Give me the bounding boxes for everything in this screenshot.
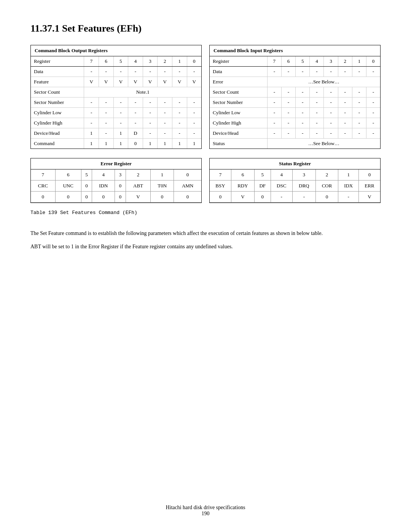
output-col-6: 6 xyxy=(99,56,113,67)
row-cell: - xyxy=(296,118,310,128)
output-registers-table: Command Block Output Registers Register … xyxy=(30,45,202,149)
row-label: Sector Count xyxy=(210,87,267,97)
page-title: 11.37.1 Set Features (EFh) xyxy=(30,23,381,34)
row-label: Status xyxy=(210,139,267,149)
output-col-4: 4 xyxy=(128,56,143,67)
bit-header: 3 xyxy=(115,169,126,181)
input-col-3: 3 xyxy=(324,56,338,67)
bit-header: 1 xyxy=(151,169,174,181)
bit-label: DRQ xyxy=(292,181,315,192)
row-cell: - xyxy=(267,128,281,139)
row-cell: - xyxy=(310,108,324,118)
row-cell-span: …See Below… xyxy=(267,139,380,149)
row-cell: - xyxy=(113,118,128,128)
input-table: Register 7 6 5 4 3 2 1 0 Data - - - - - xyxy=(210,56,380,149)
row-cell: - xyxy=(143,128,158,139)
status-register-title: Status Register xyxy=(210,158,380,169)
row-cell: - xyxy=(352,128,366,139)
bit-value: 0 xyxy=(254,192,271,203)
row-cell: - xyxy=(99,67,113,77)
bit-header: 0 xyxy=(359,169,380,181)
row-cell: 1 xyxy=(84,128,99,139)
row-label: Cylinder High xyxy=(31,118,84,128)
table-row: Data - - - - - - - - xyxy=(210,67,380,77)
row-label: Cylinder Low xyxy=(31,108,84,118)
row-cell: V xyxy=(113,77,128,87)
bit-header: 1 xyxy=(338,169,359,181)
row-cell: - xyxy=(113,67,128,77)
bit-label: UNC xyxy=(55,181,81,192)
row-cell: V xyxy=(187,77,201,87)
row-cell: - xyxy=(99,108,113,118)
table-row: Cylinder Low - - - - - - - - xyxy=(31,108,201,118)
table-row: Data - - - - - - - - xyxy=(31,67,201,77)
error-register-table: Error Register 7 6 5 4 3 2 1 0 CRC UNC 0 xyxy=(30,158,202,203)
row-cell: - xyxy=(366,97,380,108)
bit-label: COR xyxy=(315,181,338,192)
table-row: Device/Head - - - - - - - - xyxy=(210,128,380,139)
bit-label: BSY xyxy=(210,181,231,192)
table-row: Sector Number - - - - - - - - xyxy=(210,97,380,108)
bit-label: ABT xyxy=(126,181,150,192)
row-label: Sector Number xyxy=(210,97,267,108)
error-register-title: Error Register xyxy=(31,158,201,169)
row-cell: - xyxy=(84,67,99,77)
bit-value: - xyxy=(271,192,292,203)
row-cell: - xyxy=(84,118,99,128)
row-label: Device/Head xyxy=(31,128,84,139)
table-row: Cylinder High - - - - - - - - xyxy=(31,118,201,128)
row-cell: 1 xyxy=(99,139,113,149)
row-cell: - xyxy=(172,118,187,128)
table-row: Command 1 1 1 0 1 1 1 1 xyxy=(31,139,201,149)
row-cell: 1 xyxy=(187,139,201,149)
description-2: ABT will be set to 1 in the Error Regist… xyxy=(30,243,381,251)
row-cell: - xyxy=(338,87,352,97)
row-cell: - xyxy=(99,128,113,139)
row-cell: - xyxy=(296,67,310,77)
row-cell: - xyxy=(324,108,338,118)
row-cell: - xyxy=(187,118,201,128)
row-cell: - xyxy=(338,97,352,108)
row-cell: - xyxy=(281,128,295,139)
output-col-7: 7 xyxy=(84,56,99,67)
row-cell: - xyxy=(158,128,172,139)
output-col-3: 3 xyxy=(143,56,158,67)
bit-label: DSC xyxy=(271,181,292,192)
row-cell: - xyxy=(172,67,187,77)
output-table-title: Command Block Output Registers xyxy=(31,45,201,56)
row-cell: - xyxy=(310,87,324,97)
bit-value: 0 xyxy=(210,192,231,203)
row-cell: - xyxy=(143,67,158,77)
table-row: Sector Count Note.1 xyxy=(31,87,201,97)
row-cell: D xyxy=(128,128,143,139)
row-cell: - xyxy=(310,67,324,77)
row-cell: - xyxy=(143,118,158,128)
row-cell: V xyxy=(99,77,113,87)
row-cell: - xyxy=(128,67,143,77)
bit-header: 2 xyxy=(126,169,150,181)
row-cell: - xyxy=(338,128,352,139)
row-cell: - xyxy=(352,118,366,128)
table-row: Device/Head 1 - 1 D - - - - xyxy=(31,128,201,139)
row-cell: - xyxy=(281,67,295,77)
table-row: Error …See Below… xyxy=(210,77,380,87)
table-row: Status …See Below… xyxy=(210,139,380,149)
bit-label: 0 xyxy=(115,181,126,192)
bit-header: 7 xyxy=(31,169,55,181)
output-table: Register 7 6 5 4 3 2 1 0 Data - - - - - xyxy=(31,56,201,149)
row-label: Data xyxy=(31,67,84,77)
output-col-register: Register xyxy=(31,56,84,67)
row-cell: - xyxy=(99,97,113,108)
input-col-2: 2 xyxy=(338,56,352,67)
bit-value: V xyxy=(126,192,150,203)
row-label: Sector Number xyxy=(31,97,84,108)
row-cell: 1 xyxy=(143,139,158,149)
bit-header: 5 xyxy=(254,169,271,181)
bit-value: V xyxy=(231,192,254,203)
row-cell: - xyxy=(143,108,158,118)
row-cell: - xyxy=(172,128,187,139)
table-caption: Table 139 Set Features Command (EFh) xyxy=(30,210,381,216)
row-cell: 0 xyxy=(128,139,143,149)
input-col-register: Register xyxy=(210,56,267,67)
bit-header: 6 xyxy=(231,169,254,181)
